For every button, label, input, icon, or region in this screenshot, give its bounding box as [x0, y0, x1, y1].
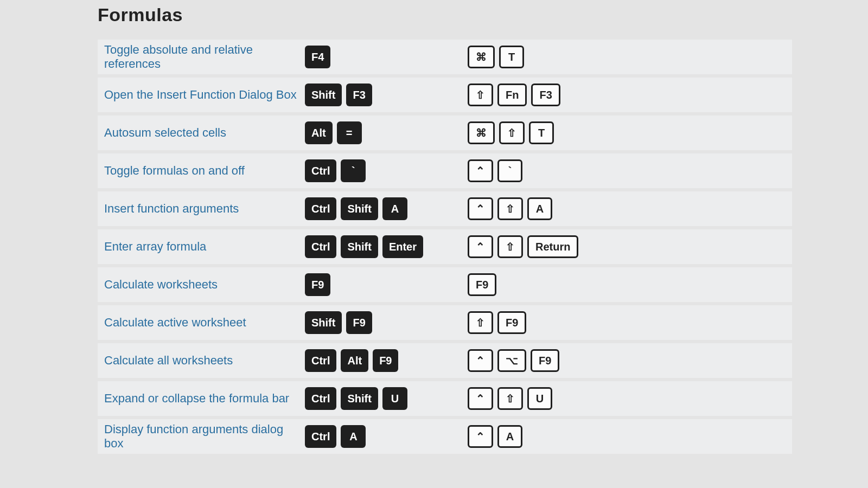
key-cap: F3 [531, 84, 560, 106]
key-cap: ` [497, 159, 522, 182]
key-cap: F4 [305, 46, 330, 68]
mac-keys: ⇧F9 [468, 311, 695, 334]
windows-keys: ShiftF3 [305, 84, 468, 106]
mac-keys: ⇧FnF3 [468, 84, 695, 106]
ctrl-key-icon: ⌃ [468, 159, 493, 182]
shortcut-row: Toggle absolute and relative referencesF… [98, 40, 792, 78]
key-cap: A [382, 197, 407, 220]
ctrl-key-icon: ⌃ [468, 425, 493, 448]
mac-keys: F9 [468, 273, 695, 296]
key-cap: Ctrl [305, 159, 336, 182]
key-cap: F9 [346, 311, 372, 334]
key-cap: F9 [373, 349, 398, 372]
key-cap: A [341, 425, 366, 448]
windows-keys: CtrlShiftEnter [305, 235, 468, 258]
windows-keys: Ctrl` [305, 159, 468, 182]
key-cap: Ctrl [305, 425, 336, 448]
key-cap: Alt [305, 121, 333, 144]
shortcut-link[interactable]: Expand or collapse the formula bar [98, 391, 305, 406]
mac-keys: ⌃⌥F9 [468, 349, 695, 372]
shortcut-link[interactable]: Calculate worksheets [98, 278, 305, 292]
windows-keys: CtrlAltF9 [305, 349, 468, 372]
shortcut-link[interactable]: Enter array formula [98, 240, 305, 254]
shift-key-icon: ⇧ [497, 387, 523, 410]
key-cap: ` [341, 159, 366, 182]
shift-key-icon: ⇧ [497, 197, 523, 220]
key-cap: Ctrl [305, 197, 336, 220]
shortcut-row: Calculate worksheetsF9F9 [98, 267, 792, 305]
windows-keys: CtrlShiftU [305, 387, 468, 410]
shift-key-icon: ⇧ [497, 235, 523, 258]
key-cap: F3 [346, 84, 372, 106]
mac-keys: ⌃⇧U [468, 387, 695, 410]
key-cap: F9 [468, 273, 496, 296]
windows-keys: Alt= [305, 121, 468, 144]
key-cap: Return [527, 235, 578, 258]
key-cap: Shift [305, 311, 342, 334]
key-cap: Alt [341, 349, 368, 372]
shortcut-row: Toggle formulas on and offCtrl`⌃` [98, 153, 792, 191]
windows-keys: CtrlShiftA [305, 197, 468, 220]
shortcut-link[interactable]: Calculate all worksheets [98, 354, 305, 368]
shortcut-row: Open the Insert Function Dialog BoxShift… [98, 78, 792, 115]
shortcut-link[interactable]: Display function arguments dialog box [98, 422, 305, 451]
ctrl-key-icon: ⌃ [468, 387, 493, 410]
key-cap: Enter [382, 235, 423, 258]
shortcut-link[interactable]: Toggle formulas on and off [98, 164, 305, 178]
windows-keys: ShiftF9 [305, 311, 468, 334]
shortcut-row: Enter array formulaCtrlShiftEnter⌃⇧Retur… [98, 229, 792, 267]
mac-keys: ⌘T [468, 46, 695, 68]
windows-keys: F9 [305, 273, 468, 296]
cmd-key-icon: ⌘ [468, 121, 495, 144]
shortcut-row: Autosum selected cellsAlt=⌘⇧T [98, 115, 792, 153]
key-cap: = [337, 121, 362, 144]
mac-keys: ⌃⇧A [468, 197, 695, 220]
key-cap: T [499, 46, 524, 68]
mac-keys: ⌘⇧T [468, 121, 695, 144]
ctrl-key-icon: ⌃ [468, 197, 493, 220]
shortcut-link[interactable]: Insert function arguments [98, 202, 305, 216]
shortcut-row: Display function arguments dialog boxCtr… [98, 419, 792, 457]
shortcut-row: Expand or collapse the formula barCtrlSh… [98, 381, 792, 419]
key-cap: Ctrl [305, 235, 336, 258]
key-cap: Shift [341, 197, 378, 220]
key-cap: Ctrl [305, 349, 336, 372]
key-cap: F9 [305, 273, 330, 296]
opt-key-icon: ⌥ [497, 349, 526, 372]
section-title: Formulas [98, 4, 792, 25]
key-cap: Ctrl [305, 387, 336, 410]
mac-keys: ⌃` [468, 159, 695, 182]
ctrl-key-icon: ⌃ [468, 349, 493, 372]
key-cap: A [497, 425, 522, 448]
shift-key-icon: ⇧ [468, 311, 493, 334]
key-cap: F9 [497, 311, 526, 334]
key-cap: T [529, 121, 554, 144]
shortcut-link[interactable]: Open the Insert Function Dialog Box [98, 88, 305, 102]
key-cap: F9 [531, 349, 559, 372]
cmd-key-icon: ⌘ [468, 46, 495, 68]
key-cap: A [527, 197, 552, 220]
shift-key-icon: ⇧ [499, 121, 525, 144]
key-cap: Shift [341, 387, 378, 410]
key-cap: U [382, 387, 407, 410]
key-cap: Fn [497, 84, 527, 106]
mac-keys: ⌃A [468, 425, 695, 448]
windows-keys: CtrlA [305, 425, 468, 448]
shortcut-link[interactable]: Toggle absolute and relative references [98, 43, 305, 71]
key-cap: Shift [341, 235, 378, 258]
shortcut-link[interactable]: Autosum selected cells [98, 126, 305, 140]
key-cap: Shift [305, 84, 342, 106]
mac-keys: ⌃⇧Return [468, 235, 695, 258]
shift-key-icon: ⇧ [468, 84, 493, 106]
shortcut-row: Calculate active worksheetShiftF9⇧F9 [98, 305, 792, 343]
shortcut-row: Insert function argumentsCtrlShiftA⌃⇧A [98, 191, 792, 229]
ctrl-key-icon: ⌃ [468, 235, 493, 258]
shortcut-row: Calculate all worksheetsCtrlAltF9⌃⌥F9 [98, 343, 792, 381]
windows-keys: F4 [305, 46, 468, 68]
shortcut-link[interactable]: Calculate active worksheet [98, 316, 305, 330]
key-cap: U [527, 387, 552, 410]
